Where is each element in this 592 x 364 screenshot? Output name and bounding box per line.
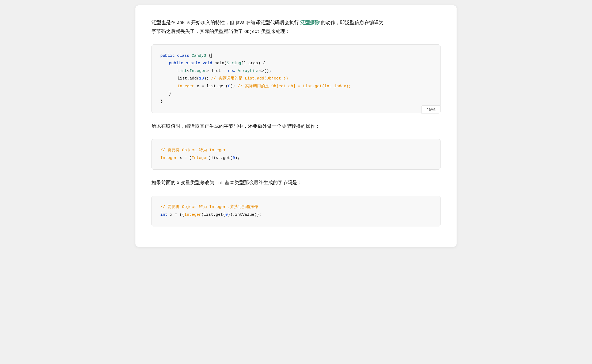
comment-2: // 实际调用的是 Object obj = List.get(int inde… bbox=[238, 84, 351, 89]
diamond: <>(); bbox=[259, 69, 271, 73]
class-string: String bbox=[227, 61, 241, 66]
code-line-c3-1: // 需要将 Object 转为 Integer，并执行拆箱操作 bbox=[160, 203, 432, 211]
intro-paragraph: 泛型也是在 JDK 5 开始加入的特性，但 java 在编译泛型代码后会执行 泛… bbox=[151, 18, 441, 36]
x-assign: x = list.get( bbox=[194, 84, 228, 89]
num-0-2: 0 bbox=[233, 156, 235, 160]
int-x-assign: x = (( bbox=[168, 213, 184, 217]
class-candy3: Candy3 bbox=[192, 54, 208, 58]
code-line-5: Integer x = list.get(0); // 实际调用的是 Objec… bbox=[160, 83, 432, 90]
code-line-7: } bbox=[160, 98, 432, 106]
kw-class: class bbox=[177, 54, 192, 58]
cast-integer: Integer bbox=[192, 156, 208, 160]
code-line-2: public static void main(String[] args) { bbox=[160, 60, 432, 67]
kw-static: static bbox=[186, 61, 203, 66]
intvalue-call: )).intValue(); bbox=[228, 213, 261, 217]
class-arraylist: ArrayList bbox=[238, 69, 259, 73]
code-block-2-wrapper: // 需要将 Object 转为 Integer Integer x = (In… bbox=[151, 139, 441, 170]
num-0-3: 0 bbox=[225, 213, 228, 217]
code-block-1-wrapper: public class Candy3 { public static void… bbox=[151, 44, 441, 113]
int-inline: int bbox=[216, 181, 223, 185]
cast-integer-2: Integer bbox=[184, 213, 201, 217]
erasure-term: 泛型擦除 bbox=[300, 20, 320, 25]
class-list: List bbox=[177, 69, 187, 73]
var-list-1: list bbox=[177, 76, 187, 81]
brace-close-outer: } bbox=[160, 99, 163, 104]
kw-new: new bbox=[228, 69, 238, 73]
code-block-2: // 需要将 Object 转为 Integer Integer x = (In… bbox=[151, 139, 441, 170]
comment-4: // 需要将 Object 转为 Integer，并执行拆箱操作 bbox=[160, 205, 258, 209]
method-main: main bbox=[215, 61, 224, 66]
comment-3: // 需要将 Object 转为 Integer bbox=[160, 148, 226, 153]
kw-int: int bbox=[160, 213, 168, 217]
bottom-paragraph: 如果前面的 x 变量类型修改为 int 基本类型那么最终生成的字节码是： bbox=[151, 178, 441, 187]
generic-open: < bbox=[187, 69, 189, 73]
kw-public-1: public bbox=[160, 54, 177, 58]
code-line-c2-2: Integer x = (Integer)list.get(0); bbox=[160, 154, 432, 162]
num-10: 10 bbox=[199, 76, 204, 81]
brace-close-inner: } bbox=[169, 92, 171, 96]
lang-badge-1: java bbox=[421, 105, 441, 113]
code-block-1: public class Candy3 { public static void… bbox=[151, 44, 441, 113]
code-line-1: public class Candy3 { bbox=[160, 52, 432, 60]
code-line-c3-2: int x = ((Integer)list.get(0)).intValue(… bbox=[160, 211, 432, 219]
args-decl: [] args) { bbox=[241, 61, 265, 66]
x-assign-2: x = ( bbox=[177, 156, 192, 160]
code-line-3: List<Integer> list = new ArrayList<>(); bbox=[160, 67, 432, 75]
stmt-close-2: ); bbox=[235, 156, 240, 160]
add-call: .add( bbox=[187, 76, 199, 81]
type-integer-2: Integer bbox=[160, 156, 177, 160]
middle-paragraph: 所以在取值时，编译器真正生成的字节码中，还要额外做一个类型转换的操作： bbox=[151, 122, 441, 130]
code-line-c2-1: // 需要将 Object 转为 Integer bbox=[160, 147, 432, 154]
code-block-3: // 需要将 Object 转为 Integer，并执行拆箱操作 int x =… bbox=[151, 196, 441, 226]
code-line-6: } bbox=[160, 90, 432, 98]
num-0-1: 0 bbox=[228, 84, 230, 89]
cast-close: )list.get( bbox=[208, 156, 233, 160]
kw-void: void bbox=[203, 61, 215, 66]
class-integer-1: Integer bbox=[189, 69, 206, 73]
brace-open-1: { bbox=[208, 54, 211, 58]
cast-close-2: )list.get( bbox=[201, 213, 225, 217]
object-inline: Object bbox=[244, 29, 260, 34]
code-block-3-wrapper: // 需要将 Object 转为 Integer，并执行拆箱操作 int x =… bbox=[151, 196, 441, 226]
paren-1: ( bbox=[224, 61, 227, 66]
kw-public-2: public bbox=[169, 61, 186, 66]
get-close: ); bbox=[230, 84, 238, 89]
type-integer: Integer bbox=[177, 84, 194, 89]
add-close: ); bbox=[204, 76, 211, 81]
code-line-4: list.add(10); // 实际调用的是 List.add(Object … bbox=[160, 75, 432, 83]
comment-1: // 实际调用的是 List.add(Object e) bbox=[211, 76, 288, 81]
page-container: 泛型也是在 JDK 5 开始加入的特性，但 java 在编译泛型代码后会执行 泛… bbox=[135, 5, 457, 247]
generic-close: > list = bbox=[206, 69, 228, 73]
text-cursor bbox=[211, 54, 212, 58]
jdk-inline: JDK 5 bbox=[177, 21, 190, 25]
